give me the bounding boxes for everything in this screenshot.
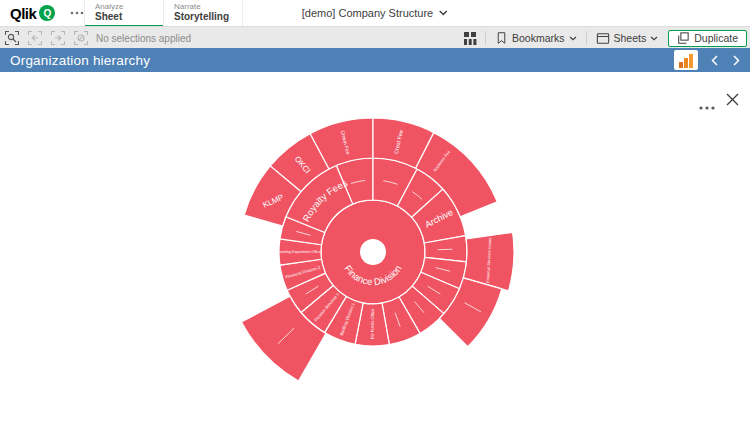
sunburst-label-accounting-department-office: Accounting Department Office — [273, 250, 321, 254]
duplicate-icon — [677, 32, 689, 44]
sheet-title-bar: Organization hierarchy — [0, 48, 750, 72]
bookmarks-label: Bookmarks — [512, 32, 565, 44]
clear-selections-button[interactable] — [73, 30, 89, 46]
more-dots-icon — [70, 11, 84, 15]
tab-narrate-super: Narrate — [174, 2, 232, 11]
previous-sheet-button[interactable] — [709, 53, 720, 68]
tab-analyze-super: Analyze — [95, 2, 153, 11]
sunburst-chart: Finance DivisionArchiveEU Funds OfficeBa… — [0, 72, 750, 422]
duplicate-label: Duplicate — [694, 32, 738, 44]
sunburst-hole — [360, 239, 386, 265]
tab-analyze-label: Sheet — [95, 11, 153, 22]
selection-tools — [4, 27, 89, 49]
chevron-down-icon — [569, 36, 577, 41]
smart-search-button[interactable] — [4, 30, 20, 46]
selections-status: No selections applied — [96, 27, 191, 49]
chevron-down-icon — [650, 36, 658, 41]
top-navigation-bar: Qlik Q Analyze Sheet Narrate Storytellin… — [0, 0, 750, 26]
app-title: [demo] Company Structure — [302, 7, 433, 19]
next-sheet-button[interactable] — [731, 53, 742, 68]
sheet-nav-group — [674, 50, 742, 70]
bookmarks-button[interactable]: Bookmarks — [493, 31, 579, 45]
sheets-label: Sheets — [614, 32, 647, 44]
toolbar-right-group: Bookmarks Sheets Duplicate — [462, 27, 750, 49]
duplicate-button[interactable]: Duplicate — [668, 30, 747, 47]
app-objects-button[interactable] — [462, 30, 478, 46]
close-fullscreen-button[interactable] — [723, 89, 742, 113]
mode-tabs: Analyze Sheet Narrate Storytelling — [84, 0, 243, 26]
chevron-down-icon — [439, 10, 448, 16]
chevron-right-icon — [733, 55, 740, 66]
app-objects-icon — [463, 31, 478, 46]
sheet-canvas: Finance DivisionArchiveEU Funds OfficeBa… — [0, 72, 750, 422]
step-forward-icon — [50, 30, 66, 46]
qlik-logo-text: Qlik — [10, 5, 36, 22]
search-icon — [4, 30, 20, 46]
bar-chart-icon — [678, 53, 694, 68]
clear-selections-icon — [73, 30, 89, 46]
tab-narrate-storytelling[interactable]: Narrate Storytelling — [163, 0, 243, 28]
tab-analyze-sheet[interactable]: Analyze Sheet — [84, 0, 163, 28]
qlik-logo[interactable]: Qlik Q — [10, 0, 55, 26]
step-back-icon — [27, 30, 43, 46]
more-dots-icon — [699, 106, 715, 110]
current-sheet-thumbnail[interactable] — [674, 50, 698, 70]
app-selector[interactable]: [demo] Company Structure — [302, 0, 448, 26]
step-forward-button[interactable] — [50, 30, 66, 46]
toolbar-divider — [485, 31, 486, 45]
toolbar-divider — [586, 31, 587, 45]
chevron-left-icon — [711, 55, 718, 66]
sheets-button[interactable]: Sheets — [594, 32, 661, 45]
selections-status-text: No selections applied — [96, 33, 191, 44]
sheet-title: Organization hierarchy — [10, 53, 150, 68]
close-icon — [726, 93, 739, 106]
sunburst-label-eu-funds-office: EU Funds Office — [370, 308, 375, 339]
bookmark-icon — [495, 31, 508, 45]
object-context-menu-button[interactable] — [696, 93, 718, 117]
qlik-logo-q-icon: Q — [39, 5, 55, 21]
selections-toolbar: No selections applied Bookmarks Sheet — [0, 26, 750, 49]
tab-narrate-label: Storytelling — [174, 11, 232, 22]
step-back-button[interactable] — [27, 30, 43, 46]
sheet-icon — [596, 32, 610, 45]
